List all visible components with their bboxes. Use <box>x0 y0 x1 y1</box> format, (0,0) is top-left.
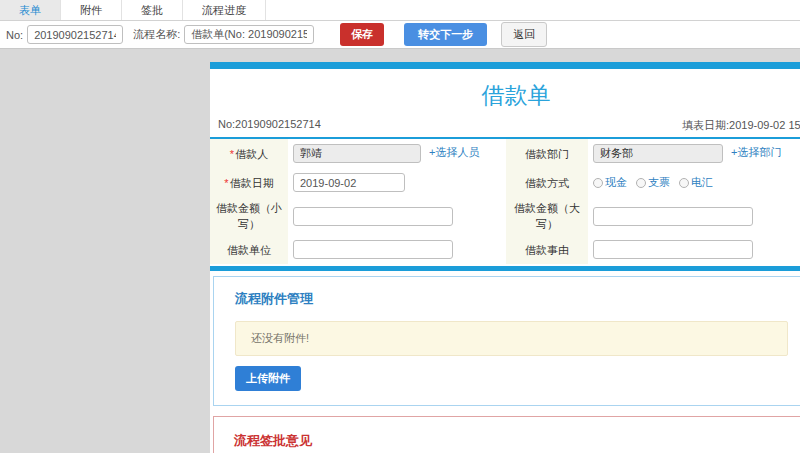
table-row: 借款金额（小写） 借款金额（大写） <box>210 197 800 235</box>
loan-unit-field[interactable] <box>293 240 453 259</box>
flow-name-label: 流程名称: <box>133 27 180 42</box>
form-no-text: No:20190902152714 <box>218 118 321 130</box>
table-row: 借款单位 借款事由 <box>210 235 800 264</box>
radio-icon[interactable] <box>679 178 689 188</box>
flow-name-input[interactable] <box>184 25 314 44</box>
borrower-field[interactable] <box>293 144 421 163</box>
forward-next-step-button[interactable]: 转交下一步 <box>404 23 487 46</box>
save-button[interactable]: 保存 <box>340 23 384 46</box>
radio-cash[interactable]: 现金 <box>593 175 627 190</box>
select-person-link[interactable]: +选择人员 <box>429 146 479 158</box>
loan-reason-label: 借款事由 <box>506 235 588 264</box>
attachments-header: 流程附件管理 <box>235 290 798 308</box>
no-label: No: <box>6 29 23 41</box>
form-meta-row: No:20190902152714 填表日期:2019-09-02 15:27:… <box>210 118 800 134</box>
form-date-text: 填表日期:2019-09-02 15:27:1 <box>682 118 800 133</box>
loan-unit-label: 借款单位 <box>210 235 288 264</box>
radio-icon[interactable] <box>593 178 603 188</box>
radio-cheque[interactable]: 支票 <box>636 175 670 190</box>
loan-reason-field[interactable] <box>593 240 753 259</box>
pay-method-radio-group: 现金 支票 电汇 <box>593 175 800 190</box>
tab-approval[interactable]: 签批 <box>122 0 183 20</box>
loan-date-label: *借款日期 <box>210 168 288 197</box>
page-title: 借款单 <box>210 69 800 118</box>
table-row: *借款人 +选择人员 借款部门 +选择部门 <box>210 139 800 168</box>
department-label: 借款部门 <box>506 139 588 168</box>
top-tab-bar: 表单 附件 签批 流程进度 <box>0 0 800 21</box>
radio-cash-label: 现金 <box>605 175 627 190</box>
radio-wire-label: 电汇 <box>691 175 713 190</box>
tab-flow-progress[interactable]: 流程进度 <box>183 0 266 20</box>
amount-lower-label: 借款金额（小写） <box>210 197 288 235</box>
loan-date-field[interactable] <box>293 173 405 192</box>
radio-wire[interactable]: 电汇 <box>679 175 713 190</box>
table-row: *借款日期 借款方式 现金 支票 电汇 <box>210 168 800 197</box>
no-attachments-alert: 还没有附件! <box>235 321 788 356</box>
attachments-section: 流程附件管理 还没有附件! 上传附件 <box>213 276 800 406</box>
required-asterisk: * <box>224 177 228 189</box>
required-asterisk: * <box>230 148 234 160</box>
tab-form[interactable]: 表单 <box>0 0 61 20</box>
action-bar: No: 流程名称: 保存 转交下一步 返回 <box>0 21 800 49</box>
radio-icon[interactable] <box>636 178 646 188</box>
no-input[interactable] <box>27 25 123 44</box>
upload-attachment-button[interactable]: 上传附件 <box>235 366 301 391</box>
back-button[interactable]: 返回 <box>501 22 547 47</box>
amount-lower-field[interactable] <box>293 207 453 226</box>
loan-form-table: *借款人 +选择人员 借款部门 +选择部门 *借款日期 借款方式 现金 支票 电… <box>210 139 800 264</box>
loan-date-label-text: 借款日期 <box>230 177 274 189</box>
radio-cheque-label: 支票 <box>648 175 670 190</box>
tab-attachments[interactable]: 附件 <box>61 0 122 20</box>
approval-header: 流程签批意见 <box>234 432 798 450</box>
borrower-label-text: 借款人 <box>235 148 268 160</box>
loan-form-panel: 借款单 No:20190902152714 填表日期:2019-09-02 15… <box>210 62 800 453</box>
pay-method-label: 借款方式 <box>506 168 588 197</box>
panel-top-accent-bar <box>210 62 800 69</box>
borrower-label: *借款人 <box>210 139 288 168</box>
amount-upper-label: 借款金额（大写） <box>506 197 588 235</box>
approval-section: 流程签批意见 B I abc <box>213 416 800 453</box>
select-department-link[interactable]: +选择部门 <box>731 146 781 158</box>
panel-bottom-accent-bar <box>210 266 800 271</box>
amount-upper-field[interactable] <box>593 207 753 226</box>
department-field[interactable] <box>593 144 723 163</box>
